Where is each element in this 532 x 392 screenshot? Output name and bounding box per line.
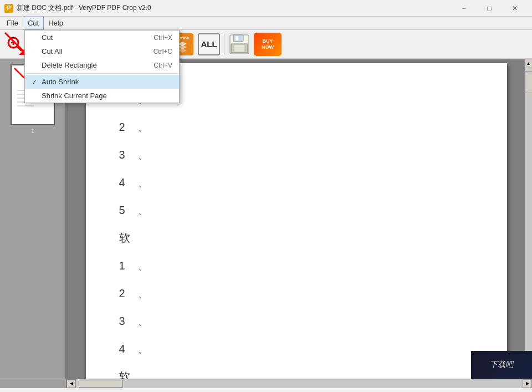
menu-item-shrink-current[interactable]: Shrink Current Page [25,89,179,103]
pdf-char-ruan2: 软 [119,363,136,379]
buy-now-button[interactable]: BUY NOW [253,32,282,57]
menu-bar: File Cut Help [0,17,532,30]
menu-item-cut-all[interactable]: Cut All Ctrl+C [25,44,179,58]
title-bar-controls: − □ ✕ [451,0,528,17]
pdf-row-7: 2 、 [119,279,474,307]
pdf-row-5: 5 、 [119,196,474,224]
pdf-row-9: 4 、 [119,335,474,363]
sidebar: 1 [0,59,66,379]
pdf-char-4: 、 [138,172,147,195]
menu-file[interactable]: File [2,17,23,30]
pdf-char-7: 、 [138,283,147,306]
scroll-up-button[interactable]: ▲ [525,59,533,68]
pdf-char-3: 、 [138,145,147,167]
save-button[interactable] [227,32,252,57]
auto-shrink-label: Auto Shrink [42,78,79,86]
main-area: 1 1 、 2 、 3 、 4 、 [0,59,532,379]
pdf-num-8: 3 [119,307,136,335]
pdf-num-5: 5 [119,196,136,224]
cut-all-shortcut: Ctrl+C [154,48,172,55]
h-scroll-thumb[interactable] [79,380,123,388]
cut-shortcut: Ctrl+X [154,34,172,42]
pdf-num-9: 4 [119,335,136,363]
pdf-view-area[interactable]: 1 、 2 、 3 、 4 、 5 、 [68,59,524,379]
pdf-num-7: 2 [119,279,136,307]
toolbar-separator-3 [224,34,224,54]
title-bar: P 新建 DOC 文档.pdf - VeryPDF PDF Crop v2.0 … [0,0,532,17]
h-scroll-track[interactable] [76,379,523,388]
pdf-row-ruan2: 软 [119,363,474,379]
pdf-row-2: 2 、 [119,113,474,141]
cut-all-label: Cut All [42,47,63,55]
shrink-current-label: Shrink Current Page [42,91,107,100]
watermark-text: 下载吧 [490,360,513,370]
pdf-num-3: 3 [119,141,136,169]
app-icon: P [4,4,13,13]
bottom-scrollbar[interactable]: ◀ ▶ [0,379,532,388]
cut-dropdown-menu: Cut Ctrl+X Cut All Ctrl+C Delete Rectang… [24,30,180,103]
pdf-row-ruan1: 软 [119,224,474,252]
scroll-right-button[interactable]: ▶ [523,379,532,388]
pdf-num-6: 1 [119,252,136,279]
maximize-button[interactable]: □ [477,0,502,17]
sidebar-scroll-area [0,379,66,388]
menu-item-delete-rect[interactable]: Delete Rectangle Ctrl+V [25,58,179,72]
delete-rect-label: Delete Rectangle [42,61,97,69]
buy-icon: BUY NOW [254,33,282,56]
all-button[interactable]: ALL [196,32,222,57]
svg-rect-28 [234,45,244,52]
pdf-char-2: 、 [138,117,147,139]
pdf-row-6: 1 、 [119,252,474,279]
window-title: 新建 DOC 文档.pdf - VeryPDF PDF Crop v2.0 [17,3,451,13]
pdf-char-ruan1: 软 [119,224,136,252]
scroll-left-button[interactable]: ◀ [66,379,76,388]
all-icon: ALL [198,33,220,55]
zoom-in-icon [6,35,24,53]
scroll-thumb[interactable] [525,71,533,93]
auto-shrink-check: ✓ [32,78,42,86]
cut-label: Cut [42,33,53,42]
svg-rect-26 [236,36,238,40]
pdf-row-3: 3 、 [119,141,474,169]
pdf-char-9: 、 [138,339,147,361]
menu-item-cut[interactable]: Cut Ctrl+X [25,30,179,44]
pdf-num-4: 4 [119,169,136,196]
pdf-num-2: 2 [119,113,136,141]
pdf-content: 1 、 2 、 3 、 4 、 5 、 [119,85,474,379]
menu-item-auto-shrink[interactable]: ✓ Auto Shrink [25,75,179,89]
scroll-track[interactable] [525,68,533,369]
page-thumbnail-number: 1 [31,128,34,134]
status-bar: Page No: 1 下载吧 [0,388,532,392]
pdf-page: 1 、 2 、 3 、 4 、 5 、 [86,63,507,379]
save-icon [229,34,250,55]
menu-separator [25,73,179,74]
pdf-char-6: 、 [138,256,147,278]
close-button[interactable]: ✕ [502,0,528,17]
menu-help[interactable]: Help [44,17,68,30]
pdf-row-4: 4 、 [119,169,474,196]
menu-cut[interactable]: Cut [23,17,44,30]
delete-rect-shortcut: Ctrl+V [154,62,172,69]
watermark: 下载吧 [471,351,532,379]
pdf-row-8: 3 、 [119,307,474,335]
minimize-button[interactable]: − [451,0,477,17]
right-scrollbar[interactable]: ▲ ▼ [524,59,532,379]
svg-line-3 [17,47,22,51]
pdf-char-8: 、 [138,311,147,333]
pdf-char-5: 、 [138,200,147,222]
